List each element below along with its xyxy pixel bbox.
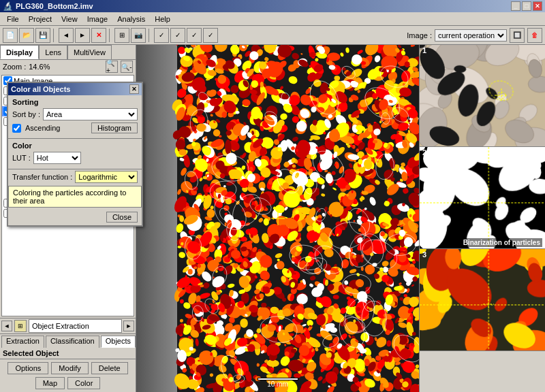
menu-file[interactable]: File (3, 14, 23, 24)
map-button[interactable]: Map (35, 377, 65, 389)
dialog-title-text: Color all Objects (11, 85, 70, 93)
dialog-title-bar: Color all Objects ✕ (8, 83, 142, 95)
open-button[interactable]: 📂 (19, 28, 34, 43)
menu-analysis[interactable]: Analysis (113, 14, 149, 24)
tab-lens[interactable]: Lens (39, 45, 67, 59)
sort-by-row: Sort by : Area Perimeter Width Circulari… (12, 108, 138, 120)
check4-button[interactable]: ✓ (203, 28, 218, 43)
check3-button[interactable]: ✓ (187, 28, 202, 43)
lut-select[interactable]: Hot Cold Rainbow Grayscale (33, 152, 81, 164)
zoom-value: 14.6% (29, 63, 50, 71)
dialog-close-button[interactable]: ✕ (129, 84, 139, 94)
sorting-title: Sorting (12, 98, 138, 106)
delete-button[interactable]: Delete (91, 362, 128, 374)
ascending-checkbox[interactable] (12, 124, 21, 133)
left-panel: Display Lens MultiView Zoom : 14.6% 🔍+ 🔍… (0, 45, 136, 392)
separator-1 (53, 29, 56, 42)
image-btn-1[interactable]: 🔲 (510, 28, 525, 43)
nav-next-button[interactable]: ► (123, 321, 134, 331)
lut-row: LUT : Hot Cold Rainbow Grayscale (12, 152, 138, 164)
ascending-row: Ascending Histogram (12, 122, 138, 133)
minimize-button[interactable]: _ (511, 1, 520, 11)
zoom-label: Zoom : (3, 63, 26, 71)
thumbnail-3: 3 (420, 249, 545, 351)
thumbnail-2: 2 Binarization of particles (420, 147, 545, 249)
forward-button[interactable]: ► (75, 28, 90, 43)
dialog-close-btn[interactable]: Close (106, 212, 138, 223)
thumb-3-canvas (420, 249, 545, 350)
back-button[interactable]: ◄ (59, 28, 74, 43)
close-button[interactable]: ✕ (533, 1, 542, 11)
menu-view[interactable]: View (57, 14, 82, 24)
transfer-row: Transfer function : Logarithmic Linear E… (8, 169, 142, 184)
separator-2 (109, 29, 112, 42)
right-panel: 1 2 Binarization of particles (419, 45, 545, 392)
window-title: PLG360_Bottom2.imv (16, 2, 93, 10)
grid-button[interactable]: ⊞ (114, 28, 129, 43)
main-toolbar: 📄 📂 💾 ◄ ► ✕ ⊞ 📷 ✓ ✓ ✓ ✓ Image : current … (0, 26, 545, 45)
nav-dropdown[interactable]: Object Extraction (29, 319, 122, 333)
separator-3 (149, 29, 151, 42)
check1-button[interactable]: ✓ (154, 28, 169, 43)
sorting-section: Sorting Sort by : Area Perimeter Width C… (8, 95, 142, 139)
menu-help[interactable]: Help (151, 14, 174, 24)
menu-project[interactable]: Project (25, 14, 56, 24)
histogram-button[interactable]: Histogram (91, 122, 138, 133)
stop-button[interactable]: ✕ (91, 28, 106, 43)
app-icon: 🔬 (3, 1, 13, 11)
title-bar: 🔬 PLG360_Bottom2.imv _ □ ✕ (0, 0, 545, 12)
bottom-buttons: Options Modify Delete (0, 359, 136, 377)
sub-tab-objects[interactable]: Objects (101, 336, 136, 348)
tab-display[interactable]: Display (0, 45, 39, 59)
sort-by-select[interactable]: Area Perimeter Width Circularity (43, 108, 138, 120)
nav-row: ◄ ⊞ Object Extraction ► (0, 318, 136, 334)
menu-bar: File Project View Image Analysis Help (0, 12, 545, 26)
view-tabs: Display Lens MultiView (0, 45, 136, 60)
transfer-label: Transfer function : (12, 173, 72, 181)
options-button[interactable]: Options (7, 362, 48, 374)
thumbnail-1: 1 (420, 45, 545, 147)
image-label: Image : (407, 31, 432, 39)
camera-button[interactable]: 📷 (131, 28, 146, 43)
sub-tab-extraction[interactable]: Extraction (1, 336, 44, 348)
transfer-select[interactable]: Logarithmic Linear Exponential (75, 171, 138, 183)
color-all-objects-dialog: Color all Objects ✕ Sorting Sort by : Ar… (7, 82, 143, 227)
center-image-area[interactable]: 10 mm (136, 45, 419, 392)
menu-image[interactable]: Image (83, 14, 112, 24)
nav-icon: ⊞ (14, 320, 27, 332)
thumb-1-number: 1 (422, 46, 426, 54)
zoom-row: Zoom : 14.6% 🔍+ 🔍- (0, 60, 136, 74)
thumb-2-canvas (420, 147, 545, 248)
window-controls: _ □ ✕ (511, 1, 542, 11)
sort-by-label: Sort by : (12, 110, 40, 118)
ascending-label: Ascending (25, 124, 60, 132)
color-section: Color LUT : Hot Cold Rainbow Grayscale (8, 139, 142, 169)
thumb-2-label: Binarization of particles (461, 238, 542, 247)
tooltip-content: Coloring the particles according to thei… (13, 189, 126, 205)
image-operation-select[interactable]: current operation (435, 29, 507, 42)
nav-prev-button[interactable]: ◄ (1, 321, 12, 331)
color-section-title: Color (12, 142, 138, 150)
image-btn-2[interactable]: 🗑 (527, 28, 542, 43)
thumb-1-canvas (420, 45, 545, 146)
thumb-3-number: 3 (422, 250, 426, 259)
scale-bar: 10 mm (258, 378, 298, 388)
modify-button[interactable]: Modify (51, 362, 88, 374)
tooltip-text: Coloring the particles according to thei… (8, 186, 142, 208)
thumb-2-number: 2 (422, 148, 426, 157)
zoom-in-button[interactable]: 🔍+ (106, 61, 118, 73)
scale-bar-label: 10 mm (267, 380, 288, 388)
sub-tab-classification[interactable]: Classification (46, 336, 99, 348)
particle-canvas (136, 45, 419, 392)
zoom-out-button[interactable]: 🔍- (121, 61, 133, 73)
sub-tabs: Extraction Classification Objects (0, 334, 136, 348)
tab-multiview[interactable]: MultiView (67, 45, 112, 59)
maximize-button[interactable]: □ (522, 1, 531, 11)
check2-button[interactable]: ✓ (170, 28, 185, 43)
save-button[interactable]: 💾 (35, 28, 50, 43)
lut-label: LUT : (12, 154, 31, 162)
main-layout: Display Lens MultiView Zoom : 14.6% 🔍+ 🔍… (0, 45, 545, 392)
selected-object-label: Selected Object (0, 348, 136, 359)
new-button[interactable]: 📄 (3, 28, 18, 43)
color-button[interactable]: Color (67, 377, 100, 389)
